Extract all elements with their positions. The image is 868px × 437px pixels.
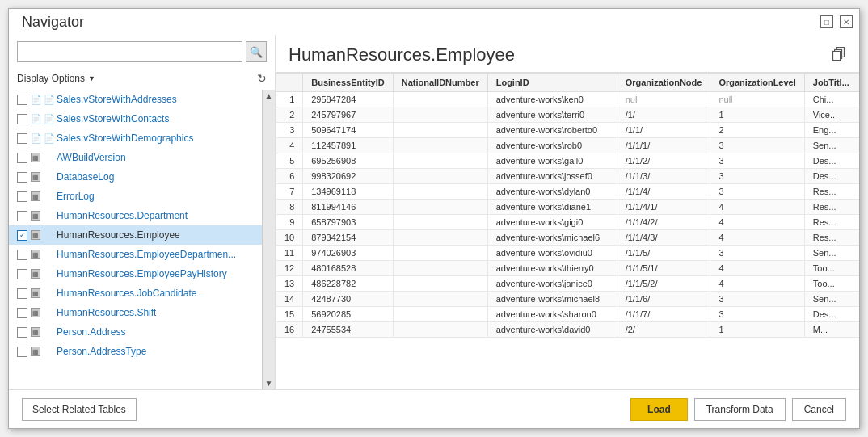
view-icon: 📄📄 xyxy=(31,133,53,144)
list-item[interactable]: ▦AWBuildVersion xyxy=(9,148,262,167)
close-button[interactable]: ✕ xyxy=(840,15,853,28)
title-bar: Navigator □ ✕ xyxy=(9,9,859,35)
list-item[interactable]: ▦HumanResources.Shift xyxy=(9,303,262,322)
table-cell: 2 xyxy=(710,123,804,138)
table-cell: adventure-works\gigi0 xyxy=(487,215,617,230)
list-item[interactable]: 📄📄Sales.vStoreWithAddresses xyxy=(9,90,262,109)
table-cell: adventure-works\janice0 xyxy=(487,276,617,292)
table-cell xyxy=(393,153,487,169)
search-button[interactable]: 🔍 xyxy=(246,41,267,62)
list-item[interactable]: ▦HumanResources.EmployeeDepartmen... xyxy=(9,245,262,264)
list-item-label: HumanResources.Shift xyxy=(57,307,156,318)
table-cell xyxy=(393,169,487,184)
list-item-checkbox[interactable] xyxy=(17,211,27,221)
list-item-label: Sales.vStoreWithContacts xyxy=(57,113,169,124)
row-number: 8 xyxy=(276,200,303,215)
list-item[interactable]: ▦HumanResources.EmployeePayHistory xyxy=(9,264,262,284)
table-row: 1556920285adventure-works\sharon0/1/1/7/… xyxy=(276,307,860,322)
list-item[interactable]: ▦HumanResources.Department xyxy=(9,206,262,225)
scroll-up-arrow[interactable]: ▲ xyxy=(265,91,273,100)
table-cell: Sen... xyxy=(804,292,859,307)
table-cell: adventure-works\roberto0 xyxy=(487,123,617,138)
table-cell: adventure-works\michael8 xyxy=(487,292,617,307)
table-cell xyxy=(393,292,487,307)
list-item[interactable]: ✓▦HumanResources.Employee xyxy=(9,225,262,245)
list-item[interactable]: ▦Person.AddressType xyxy=(9,342,262,361)
table-cell: Too... xyxy=(804,261,859,276)
list-item-checkbox[interactable]: ✓ xyxy=(17,230,27,241)
list-item-label: HumanResources.EmployeeDepartmen... xyxy=(57,249,236,260)
list-item-checkbox[interactable] xyxy=(17,288,27,299)
data-table-container[interactable]: BusinessEntityIDNationalIDNumberLoginIDO… xyxy=(276,72,859,389)
table-cell: 811994146 xyxy=(303,200,393,215)
list-item-checkbox[interactable] xyxy=(17,95,27,105)
table-cell: /1/1/4/1/ xyxy=(617,200,710,215)
minimize-button[interactable]: □ xyxy=(820,15,833,28)
table-cell xyxy=(393,230,487,246)
list-item[interactable]: 📄📄Sales.vStoreWithDemographics xyxy=(9,128,262,148)
col-header: JobTitl... xyxy=(804,74,859,92)
table-row: 13486228782adventure-works\janice0/1/1/5… xyxy=(276,276,860,292)
scroll-down-arrow[interactable]: ▼ xyxy=(265,379,273,388)
table-cell: 4 xyxy=(710,230,804,246)
list-item[interactable]: ▦Person.Address xyxy=(9,322,262,342)
col-header: LoginID xyxy=(487,74,617,92)
list-item-checkbox[interactable] xyxy=(17,308,27,318)
table-cell xyxy=(393,215,487,230)
row-number: 12 xyxy=(276,261,303,276)
row-number: 7 xyxy=(276,184,303,200)
refresh-button[interactable]: ↻ xyxy=(257,72,267,85)
list-item-label: Person.Address xyxy=(57,326,125,338)
table-cell: 509647174 xyxy=(303,123,393,138)
table-list: 📄📄Sales.vStoreWithAddresses📄📄Sales.vStor… xyxy=(9,90,262,389)
list-item-label: HumanResources.Department xyxy=(57,210,188,221)
transform-data-button[interactable]: Transform Data xyxy=(694,398,786,421)
table-cell: 998320692 xyxy=(303,169,393,184)
list-item-checkbox[interactable] xyxy=(17,250,27,260)
preview-header: HumanResources.Employee 🗍 xyxy=(276,35,859,72)
table-cell: 245797967 xyxy=(303,107,393,123)
window-title: Navigator xyxy=(15,14,84,31)
table-cell: 3 xyxy=(710,153,804,169)
list-item-checkbox[interactable] xyxy=(17,191,27,202)
load-button[interactable]: Load xyxy=(630,398,688,421)
list-scrollbar[interactable]: ▲ ▼ xyxy=(262,90,275,389)
table-cell: 4 xyxy=(710,261,804,276)
list-item[interactable]: ▦DatabaseLog xyxy=(9,167,262,187)
list-item[interactable]: 📄📄Sales.vStoreWithContacts xyxy=(9,109,262,128)
list-item-checkbox[interactable] xyxy=(17,327,27,338)
row-number: 14 xyxy=(276,292,303,307)
table-cell: Vice... xyxy=(804,107,859,123)
list-item-checkbox[interactable] xyxy=(17,347,27,357)
table-icon: ▦ xyxy=(31,153,53,162)
table-cell: 42487730 xyxy=(303,292,393,307)
table-cell: adventure-works\terri0 xyxy=(487,107,617,123)
table-cell xyxy=(393,246,487,261)
navigator-window: Navigator □ ✕ 🔍 Display Options ▼ ↻ xyxy=(8,8,860,429)
table-cell: adventure-works\thierry0 xyxy=(487,261,617,276)
list-item[interactable]: ▦HumanResources.JobCandidate xyxy=(9,284,262,303)
list-item[interactable]: ▦ErrorLog xyxy=(9,187,262,206)
table-row: 7134969118adventure-works\dylan0/1/1/4/3… xyxy=(276,184,860,200)
table-cell: /1/1/ xyxy=(617,123,710,138)
display-options-button[interactable]: Display Options ▼ xyxy=(17,73,95,84)
search-input[interactable] xyxy=(17,41,242,62)
window-controls: □ ✕ xyxy=(820,15,853,28)
table-row: 5695256908adventure-works\gail0/1/1/2/3D… xyxy=(276,153,860,169)
table-row: 12480168528adventure-works\thierry0/1/1/… xyxy=(276,261,860,276)
list-item-checkbox[interactable] xyxy=(17,172,27,183)
row-number: 5 xyxy=(276,153,303,169)
cancel-button[interactable]: Cancel xyxy=(792,398,846,421)
select-related-button[interactable]: Select Related Tables xyxy=(22,398,137,421)
table-row: 6998320692adventure-works\jossef0/1/1/3/… xyxy=(276,169,860,184)
list-item-checkbox[interactable] xyxy=(17,153,27,163)
table-icon: ▦ xyxy=(31,211,53,221)
row-number: 15 xyxy=(276,307,303,322)
table-cell: /1/1/4/ xyxy=(617,184,710,200)
list-item-checkbox[interactable] xyxy=(17,114,27,124)
list-item-checkbox[interactable] xyxy=(17,269,27,279)
table-cell: adventure-works\jossef0 xyxy=(487,169,617,184)
table-cell: Eng... xyxy=(804,123,859,138)
list-item-checkbox[interactable] xyxy=(17,133,27,144)
table-cell: /1/1/5/2/ xyxy=(617,276,710,292)
